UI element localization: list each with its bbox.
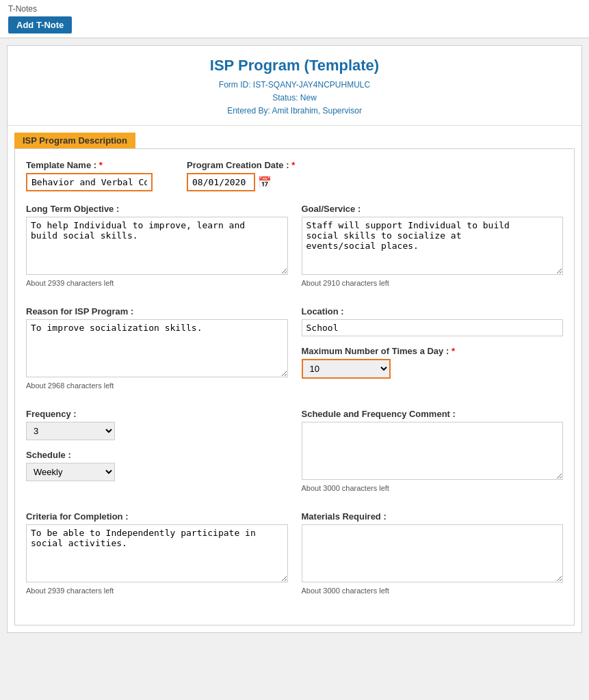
schedule-select[interactable]: DailyWeeklyMonthly (26, 463, 115, 481)
frequency-label: Frequency : (26, 409, 288, 419)
page-title: ISP Program (Template) (14, 57, 575, 75)
materials-chars-left: About 3000 characters left (302, 587, 564, 595)
calendar-icon[interactable]: 📅 (258, 176, 272, 189)
page-container: ISP Program (Template) Form ID: IST-SQAN… (7, 45, 582, 633)
long-term-objective-textarea[interactable] (26, 217, 288, 275)
form-id: Form ID: IST-SQANY-JAY4NCPUHMULC (14, 79, 575, 92)
program-creation-date-label: Program Creation Date : * (187, 160, 295, 170)
max-times-select[interactable]: 123456789101112 (302, 359, 391, 379)
tnotes-label: T-Notes (8, 4, 581, 14)
frequency-select[interactable]: 1234567 (26, 422, 115, 440)
add-tnote-button[interactable]: Add T-Note (8, 16, 72, 33)
template-name-input[interactable] (26, 173, 153, 191)
goal-service-textarea[interactable] (302, 217, 564, 275)
goal-service-label: Goal/Service : (302, 204, 564, 214)
date-wrapper: 📅 (187, 173, 295, 191)
form-body: Template Name : * Program Creation Date … (14, 148, 575, 625)
long-term-objective-label: Long Term Objective : (26, 204, 288, 214)
page-header: ISP Program (Template) Form ID: IST-SQAN… (8, 46, 581, 126)
reason-chars-left: About 2968 characters left (26, 381, 288, 390)
section-header: ISP Program Description (14, 133, 135, 148)
materials-textarea[interactable] (302, 524, 564, 582)
schedule-freq-comment-label: Schedule and Frequency Comment : (302, 409, 564, 419)
criteria-chars-left: About 2939 characters left (26, 587, 288, 595)
top-bar: T-Notes Add T-Note (0, 0, 589, 38)
reason-textarea[interactable] (26, 319, 288, 377)
program-creation-date-input[interactable] (187, 173, 255, 191)
entered-by: Entered By: Amit Ibrahim, Supervisor (14, 105, 575, 118)
location-label: Location : (302, 306, 564, 317)
long-term-chars-left: About 2939 characters left (26, 279, 288, 287)
criteria-label: Criteria for Completion : (26, 511, 288, 522)
reason-label: Reason for ISP Program : (26, 306, 288, 317)
schedule-freq-chars-left: About 3000 characters left (302, 484, 564, 492)
schedule-label: Schedule : (26, 450, 288, 460)
template-name-label: Template Name : * (26, 160, 153, 170)
location-input[interactable] (302, 319, 564, 336)
materials-label: Materials Required : (302, 511, 564, 522)
schedule-freq-comment-textarea[interactable] (302, 422, 564, 480)
status: Status: New (14, 92, 575, 105)
criteria-textarea[interactable] (26, 524, 288, 582)
max-times-label: Maximum Number of Times a Day : * (302, 346, 564, 356)
goal-service-chars-left: About 2910 characters left (302, 279, 564, 287)
